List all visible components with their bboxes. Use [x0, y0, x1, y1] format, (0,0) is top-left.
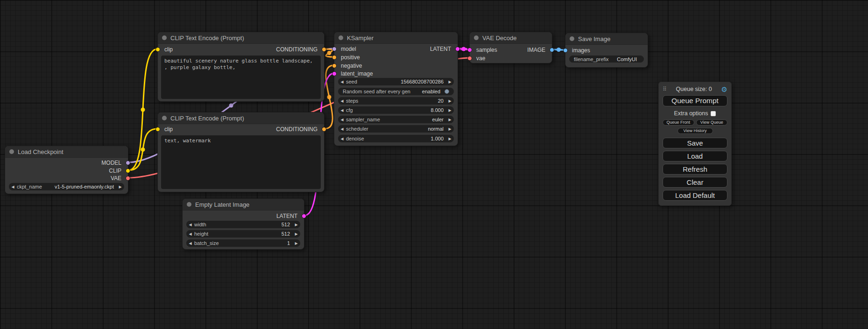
input-port-clip[interactable] [155, 47, 160, 52]
node-vae-decode-titlebar[interactable]: VAE Decode [470, 32, 552, 44]
decrement-arrow-icon[interactable]: ◀ [338, 127, 346, 131]
widget-steps[interactable]: ◀ steps 20 ▶ [338, 97, 454, 105]
extra-options-checkbox[interactable] [711, 111, 716, 116]
decrement-arrow-icon[interactable]: ◀ [338, 99, 346, 103]
toggle-knob-icon[interactable] [445, 89, 449, 94]
collapse-toggle-icon[interactable] [162, 116, 167, 120]
load-button[interactable]: Load [663, 151, 727, 161]
widget-scheduler[interactable]: ◀ scheduler normal ▶ [338, 125, 454, 133]
input-port-images[interactable] [563, 48, 568, 53]
increment-arrow-icon[interactable]: ▶ [446, 137, 454, 141]
node-save-image[interactable]: Save Image images filename_prefix ComfyU… [565, 33, 648, 68]
collapse-toggle-icon[interactable] [474, 35, 479, 40]
widget-height[interactable]: ◀ height 512 ▶ [186, 230, 300, 238]
collapse-toggle-icon[interactable] [339, 35, 343, 40]
increment-arrow-icon[interactable]: ▶ [446, 80, 454, 84]
decrement-arrow-icon[interactable]: ◀ [338, 80, 346, 84]
view-history-button[interactable]: View History [677, 128, 713, 134]
collapse-toggle-icon[interactable] [570, 36, 574, 41]
widget-value: normal [368, 126, 446, 132]
node-title: CLIP Text Encode (Prompt) [170, 115, 244, 122]
node-clip-negative-titlebar[interactable]: CLIP Text Encode (Prompt) [158, 112, 324, 124]
load-default-button[interactable]: Load Default [663, 190, 727, 201]
output-port-vae[interactable] [126, 176, 130, 181]
output-port-model[interactable] [126, 161, 130, 165]
node-load-checkpoint-titlebar[interactable]: Load Checkpoint [5, 146, 128, 158]
input-port-clip[interactable] [155, 127, 160, 132]
queue-front-button[interactable]: Queue Front [663, 119, 694, 126]
input-port-samples[interactable] [467, 48, 472, 52]
increment-arrow-icon[interactable]: ▶ [446, 127, 454, 131]
node-title: CLIP Text Encode (Prompt) [170, 35, 244, 42]
view-queue-button[interactable]: View Queue [696, 119, 728, 126]
clear-button[interactable]: Clear [663, 177, 727, 188]
output-port-latent[interactable] [302, 214, 306, 218]
output-port-image[interactable] [550, 48, 554, 52]
decrement-arrow-icon[interactable]: ◀ [186, 241, 194, 245]
node-ksampler[interactable]: KSampler model positive negative latent_… [334, 32, 458, 146]
widget-cfg[interactable]: ◀ cfg 8.000 ▶ [338, 106, 454, 114]
collapse-toggle-icon[interactable] [9, 149, 14, 154]
node-ksampler-titlebar[interactable]: KSampler [334, 32, 458, 44]
output-port-conditioning[interactable] [322, 47, 326, 52]
drag-handle-icon[interactable]: ⠿ [663, 86, 667, 92]
queue-prompt-button[interactable]: Queue Prompt [663, 95, 727, 106]
decrement-arrow-icon[interactable]: ◀ [9, 185, 17, 189]
decrement-arrow-icon[interactable]: ◀ [338, 108, 346, 112]
widget-sampler-name[interactable]: ◀ sampler_name euler ▶ [338, 116, 454, 123]
output-port-conditioning[interactable] [322, 127, 326, 132]
collapse-toggle-icon[interactable] [187, 202, 191, 207]
widget-name: batch_size [194, 240, 219, 246]
queue-size-label: Queue size: 0 [667, 86, 721, 92]
increment-arrow-icon[interactable]: ▶ [446, 108, 454, 112]
increment-arrow-icon[interactable]: ▶ [446, 118, 454, 122]
collapse-toggle-icon[interactable] [162, 35, 167, 40]
decrement-arrow-icon[interactable]: ◀ [186, 223, 194, 227]
extra-options-label: Extra options [674, 110, 708, 117]
input-label-samples: samples [476, 47, 497, 53]
widget-name: steps [346, 98, 358, 104]
node-graph-canvas[interactable]: Load Checkpoint MODEL CLIP VAE ◀ ckpt_na… [0, 0, 868, 329]
increment-arrow-icon[interactable]: ▶ [116, 185, 124, 189]
widget-random-seed-toggle[interactable]: Random seed after every gen enabled [338, 88, 454, 95]
input-port-negative[interactable] [332, 63, 337, 68]
widget-batch-size[interactable]: ◀ batch_size 1 ▶ [186, 239, 300, 247]
widget-value: enabled [410, 89, 443, 94]
node-clip-text-encode-negative[interactable]: CLIP Text Encode (Prompt) clip CONDITION… [157, 112, 325, 192]
output-label-model: MODEL [101, 160, 121, 166]
decrement-arrow-icon[interactable]: ◀ [186, 232, 194, 236]
settings-gear-icon[interactable]: ⚙ [721, 86, 727, 93]
node-vae-decode[interactable]: VAE Decode samples vae IMAGE [469, 32, 552, 63]
widget-denoise[interactable]: ◀ denoise 1.000 ▶ [338, 135, 454, 142]
output-label-latent: LATENT [276, 213, 297, 219]
prompt-textarea[interactable]: text, watermark [161, 135, 321, 189]
increment-arrow-icon[interactable]: ▶ [446, 99, 454, 103]
input-port-vae[interactable] [467, 56, 472, 61]
widget-ckpt-name[interactable]: ◀ ckpt_name v1-5-pruned-emaonly.ckpt ▶ [9, 183, 124, 190]
output-port-latent[interactable] [455, 47, 460, 51]
increment-arrow-icon[interactable]: ▶ [292, 223, 300, 227]
widget-name: denoise [346, 136, 364, 141]
widget-filename-prefix[interactable]: filename_prefix ComfyUI [569, 56, 644, 63]
output-port-clip[interactable] [126, 168, 130, 173]
node-save-image-titlebar[interactable]: Save Image [565, 33, 648, 45]
node-empty-latent-titlebar[interactable]: Empty Latent Image [183, 199, 304, 210]
node-load-checkpoint[interactable]: Load Checkpoint MODEL CLIP VAE ◀ ckpt_na… [5, 146, 128, 194]
node-empty-latent-image[interactable]: Empty Latent Image LATENT ◀ width 512 ▶ … [182, 198, 304, 250]
widget-name: seed [346, 79, 357, 84]
input-port-model[interactable] [332, 47, 337, 51]
increment-arrow-icon[interactable]: ▶ [292, 241, 300, 245]
decrement-arrow-icon[interactable]: ◀ [338, 118, 346, 122]
node-clip-text-encode-positive[interactable]: CLIP Text Encode (Prompt) clip CONDITION… [157, 32, 325, 102]
node-clip-positive-titlebar[interactable]: CLIP Text Encode (Prompt) [158, 32, 324, 44]
widget-width[interactable]: ◀ width 512 ▶ [186, 221, 300, 228]
decrement-arrow-icon[interactable]: ◀ [338, 137, 346, 141]
input-port-latent-image[interactable] [332, 71, 337, 76]
input-port-positive[interactable] [332, 55, 337, 60]
refresh-button[interactable]: Refresh [663, 164, 727, 175]
widget-seed[interactable]: ◀ seed 156680208700286 ▶ [338, 78, 454, 85]
save-button[interactable]: Save [663, 138, 727, 148]
input-label-vae: vae [476, 55, 485, 62]
increment-arrow-icon[interactable]: ▶ [292, 232, 300, 236]
prompt-textarea[interactable]: beautiful scenery nature glass bottle la… [161, 56, 321, 99]
